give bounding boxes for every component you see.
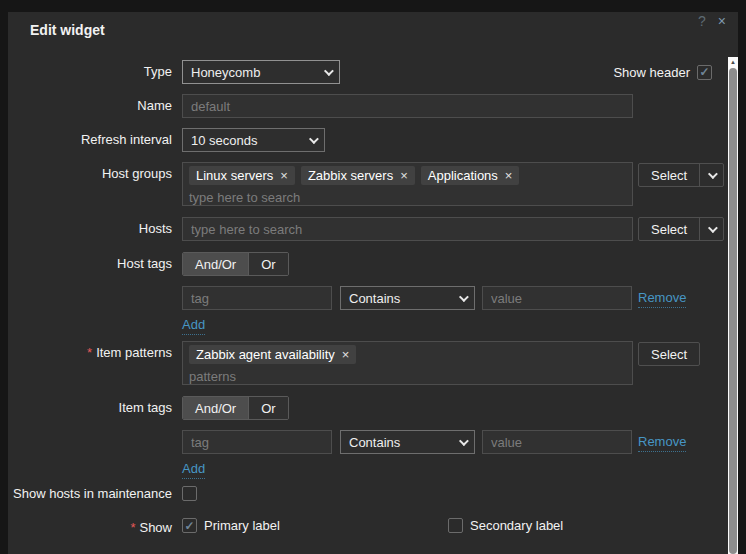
check-icon: ✓ — [184, 520, 194, 532]
chevron-down-icon — [459, 436, 469, 446]
chevron-down-icon — [309, 134, 319, 144]
show-label: *Show — [8, 519, 172, 536]
name-input[interactable] — [182, 94, 633, 118]
host-groups-label: Host groups — [8, 162, 172, 186]
refresh-interval-label: Refresh interval — [8, 128, 172, 152]
maintenance-checkbox[interactable] — [182, 486, 197, 501]
item-patterns-label: *Item patterns — [8, 341, 172, 365]
dialog-scrollbar[interactable]: ▲ — [728, 57, 738, 554]
dialog-title: Edit widget — [30, 22, 105, 38]
chevron-down-icon — [324, 66, 334, 76]
host-groups-search-placeholder[interactable]: type here to search — [189, 189, 626, 206]
host-tag-value-input[interactable] — [482, 286, 632, 310]
remove-chip-icon[interactable]: × — [400, 168, 408, 183]
host-tag-operator-select[interactable]: Contains — [340, 286, 475, 310]
host-tag-remove-link[interactable]: Remove — [638, 290, 686, 308]
host-groups-multiselect[interactable]: Linux servers × Zabbix servers × Applica… — [182, 162, 633, 206]
show-header-label: Show header — [613, 65, 690, 80]
remove-chip-icon[interactable]: × — [505, 168, 513, 183]
required-asterisk: * — [130, 520, 135, 535]
item-tag-add-link[interactable]: Add — [182, 461, 205, 479]
item-tags-label: Item tags — [8, 396, 172, 420]
item-pattern-chip[interactable]: Zabbix agent availability × — [189, 345, 356, 364]
item-tag-name-input[interactable] — [182, 430, 332, 454]
host-groups-select-dropdown-button[interactable] — [699, 164, 723, 186]
host-tags-operator-toggle: And/Or Or — [182, 252, 289, 276]
host-group-chip[interactable]: Zabbix servers × — [301, 166, 415, 185]
type-select-value: Honeycomb — [191, 65, 260, 80]
chevron-down-icon — [459, 292, 469, 302]
item-tag-operator-select[interactable]: Contains — [340, 430, 475, 454]
check-icon: ✓ — [699, 66, 709, 78]
host-tag-name-input[interactable] — [182, 286, 332, 310]
item-tags-andor-option[interactable]: And/Or — [183, 397, 248, 419]
host-tags-label: Host tags — [8, 252, 172, 276]
hosts-search-input[interactable] — [182, 217, 633, 241]
refresh-interval-select[interactable]: 10 seconds — [182, 128, 325, 152]
close-icon[interactable]: × — [718, 13, 726, 29]
host-groups-select-button[interactable]: Select — [639, 164, 699, 186]
item-tags-operator-toggle: And/Or Or — [182, 396, 289, 420]
show-header-checkbox[interactable]: ✓ — [697, 65, 712, 80]
scrollbar-thumb[interactable] — [729, 68, 737, 554]
host-groups-select-button-group: Select — [638, 163, 724, 187]
type-select[interactable]: Honeycomb — [182, 60, 340, 84]
item-patterns-multiselect[interactable]: Zabbix agent availability × patterns — [182, 341, 633, 385]
host-tag-operator-value: Contains — [349, 291, 400, 306]
host-tag-add-link[interactable]: Add — [182, 317, 205, 335]
help-icon[interactable]: ? — [698, 13, 706, 29]
remove-chip-icon[interactable]: × — [342, 347, 350, 362]
item-patterns-select-button-group: Select — [638, 342, 700, 366]
item-tag-value-input[interactable] — [482, 430, 632, 454]
remove-chip-icon[interactable]: × — [280, 168, 288, 183]
host-group-chip[interactable]: Applications × — [421, 166, 520, 185]
maintenance-label: Show hosts in maintenance — [8, 485, 172, 502]
hosts-label: Hosts — [8, 217, 172, 241]
chevron-down-icon — [708, 223, 718, 233]
primary-label-checkbox[interactable]: ✓ — [182, 518, 197, 533]
host-tags-or-option[interactable]: Or — [248, 253, 287, 275]
item-patterns-select-button[interactable]: Select — [639, 343, 699, 365]
name-label: Name — [8, 94, 172, 118]
hosts-select-dropdown-button[interactable] — [699, 218, 723, 240]
item-tag-remove-link[interactable]: Remove — [638, 434, 686, 452]
item-tags-or-option[interactable]: Or — [248, 397, 287, 419]
host-group-chip[interactable]: Linux servers × — [189, 166, 295, 185]
hosts-select-button[interactable]: Select — [639, 218, 699, 240]
primary-label-text: Primary label — [204, 518, 280, 533]
required-asterisk: * — [87, 345, 92, 360]
hosts-select-button-group: Select — [638, 217, 724, 241]
type-label: Type — [8, 60, 172, 84]
chevron-down-icon — [708, 169, 718, 179]
edit-widget-dialog: Edit widget ? × Type Honeycomb Show head… — [8, 12, 738, 554]
secondary-label-checkbox[interactable] — [448, 518, 463, 533]
refresh-interval-value: 10 seconds — [191, 133, 258, 148]
scroll-up-icon[interactable]: ▲ — [728, 57, 738, 67]
item-tag-operator-value: Contains — [349, 435, 400, 450]
item-patterns-placeholder[interactable]: patterns — [189, 368, 626, 385]
host-tags-andor-option[interactable]: And/Or — [183, 253, 248, 275]
secondary-label-text: Secondary label — [470, 518, 563, 533]
